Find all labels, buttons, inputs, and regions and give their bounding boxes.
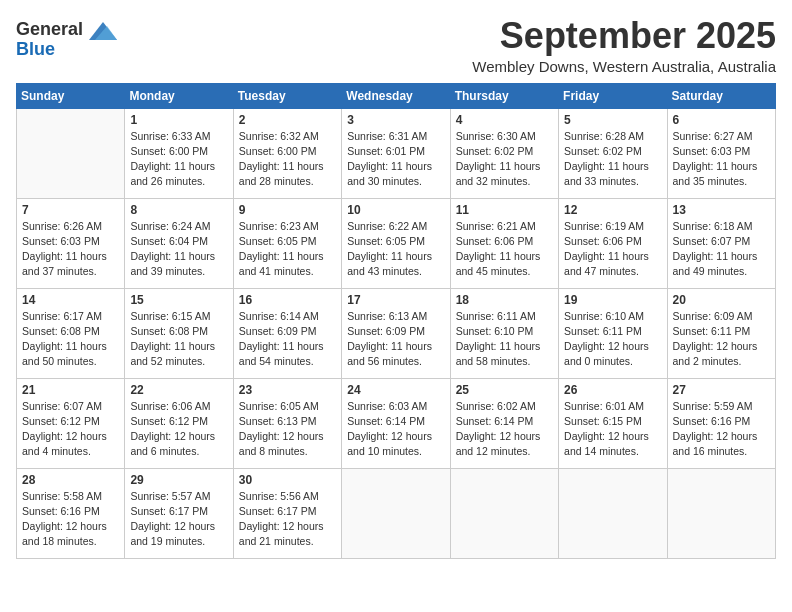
day-number: 26 [564, 383, 661, 397]
col-header-saturday: Saturday [667, 83, 775, 108]
calendar-cell: 11Sunrise: 6:21 AMSunset: 6:06 PMDayligh… [450, 198, 558, 288]
day-number: 23 [239, 383, 336, 397]
day-info: Sunrise: 6:07 AMSunset: 6:12 PMDaylight:… [22, 399, 119, 460]
calendar-cell [17, 108, 125, 198]
week-row-5: 28Sunrise: 5:58 AMSunset: 6:16 PMDayligh… [17, 468, 776, 558]
day-info: Sunrise: 6:17 AMSunset: 6:08 PMDaylight:… [22, 309, 119, 370]
week-row-1: 1Sunrise: 6:33 AMSunset: 6:00 PMDaylight… [17, 108, 776, 198]
calendar-cell: 10Sunrise: 6:22 AMSunset: 6:05 PMDayligh… [342, 198, 450, 288]
day-info: Sunrise: 6:26 AMSunset: 6:03 PMDaylight:… [22, 219, 119, 280]
calendar-cell [667, 468, 775, 558]
calendar-cell: 4Sunrise: 6:30 AMSunset: 6:02 PMDaylight… [450, 108, 558, 198]
day-number: 15 [130, 293, 227, 307]
day-number: 2 [239, 113, 336, 127]
week-row-3: 14Sunrise: 6:17 AMSunset: 6:08 PMDayligh… [17, 288, 776, 378]
day-number: 8 [130, 203, 227, 217]
calendar-cell: 9Sunrise: 6:23 AMSunset: 6:05 PMDaylight… [233, 198, 341, 288]
day-number: 18 [456, 293, 553, 307]
calendar-cell: 8Sunrise: 6:24 AMSunset: 6:04 PMDaylight… [125, 198, 233, 288]
day-info: Sunrise: 6:21 AMSunset: 6:06 PMDaylight:… [456, 219, 553, 280]
calendar-cell: 24Sunrise: 6:03 AMSunset: 6:14 PMDayligh… [342, 378, 450, 468]
calendar-cell: 12Sunrise: 6:19 AMSunset: 6:06 PMDayligh… [559, 198, 667, 288]
day-number: 20 [673, 293, 770, 307]
page-header: General Blue September 2025 Wembley Down… [16, 16, 776, 75]
day-info: Sunrise: 5:58 AMSunset: 6:16 PMDaylight:… [22, 489, 119, 550]
calendar-cell: 20Sunrise: 6:09 AMSunset: 6:11 PMDayligh… [667, 288, 775, 378]
day-number: 28 [22, 473, 119, 487]
day-info: Sunrise: 6:03 AMSunset: 6:14 PMDaylight:… [347, 399, 444, 460]
calendar-cell: 13Sunrise: 6:18 AMSunset: 6:07 PMDayligh… [667, 198, 775, 288]
col-header-tuesday: Tuesday [233, 83, 341, 108]
day-info: Sunrise: 5:59 AMSunset: 6:16 PMDaylight:… [673, 399, 770, 460]
day-number: 17 [347, 293, 444, 307]
day-number: 7 [22, 203, 119, 217]
calendar-cell [559, 468, 667, 558]
logo-icon [89, 22, 117, 40]
day-info: Sunrise: 6:18 AMSunset: 6:07 PMDaylight:… [673, 219, 770, 280]
day-info: Sunrise: 6:24 AMSunset: 6:04 PMDaylight:… [130, 219, 227, 280]
calendar-cell: 23Sunrise: 6:05 AMSunset: 6:13 PMDayligh… [233, 378, 341, 468]
day-info: Sunrise: 6:05 AMSunset: 6:13 PMDaylight:… [239, 399, 336, 460]
title-block: September 2025 Wembley Downs, Western Au… [472, 16, 776, 75]
day-number: 9 [239, 203, 336, 217]
day-number: 19 [564, 293, 661, 307]
calendar-cell: 3Sunrise: 6:31 AMSunset: 6:01 PMDaylight… [342, 108, 450, 198]
day-number: 25 [456, 383, 553, 397]
day-info: Sunrise: 6:28 AMSunset: 6:02 PMDaylight:… [564, 129, 661, 190]
calendar-header: SundayMondayTuesdayWednesdayThursdayFrid… [17, 83, 776, 108]
day-number: 12 [564, 203, 661, 217]
calendar-cell [342, 468, 450, 558]
calendar-cell: 17Sunrise: 6:13 AMSunset: 6:09 PMDayligh… [342, 288, 450, 378]
day-number: 24 [347, 383, 444, 397]
calendar-cell: 29Sunrise: 5:57 AMSunset: 6:17 PMDayligh… [125, 468, 233, 558]
calendar-cell [450, 468, 558, 558]
col-header-thursday: Thursday [450, 83, 558, 108]
day-info: Sunrise: 6:10 AMSunset: 6:11 PMDaylight:… [564, 309, 661, 370]
day-info: Sunrise: 6:19 AMSunset: 6:06 PMDaylight:… [564, 219, 661, 280]
day-info: Sunrise: 5:56 AMSunset: 6:17 PMDaylight:… [239, 489, 336, 550]
day-info: Sunrise: 6:23 AMSunset: 6:05 PMDaylight:… [239, 219, 336, 280]
logo-blue-text: Blue [16, 39, 55, 59]
day-info: Sunrise: 6:11 AMSunset: 6:10 PMDaylight:… [456, 309, 553, 370]
day-number: 16 [239, 293, 336, 307]
logo: General Blue [16, 20, 119, 59]
col-header-wednesday: Wednesday [342, 83, 450, 108]
day-info: Sunrise: 6:09 AMSunset: 6:11 PMDaylight:… [673, 309, 770, 370]
calendar-cell: 27Sunrise: 5:59 AMSunset: 6:16 PMDayligh… [667, 378, 775, 468]
calendar-cell: 2Sunrise: 6:32 AMSunset: 6:00 PMDaylight… [233, 108, 341, 198]
col-header-sunday: Sunday [17, 83, 125, 108]
calendar-cell: 21Sunrise: 6:07 AMSunset: 6:12 PMDayligh… [17, 378, 125, 468]
day-info: Sunrise: 6:01 AMSunset: 6:15 PMDaylight:… [564, 399, 661, 460]
location-title: Wembley Downs, Western Australia, Austra… [472, 58, 776, 75]
calendar-cell: 28Sunrise: 5:58 AMSunset: 6:16 PMDayligh… [17, 468, 125, 558]
day-number: 5 [564, 113, 661, 127]
calendar-cell: 25Sunrise: 6:02 AMSunset: 6:14 PMDayligh… [450, 378, 558, 468]
calendar-cell: 19Sunrise: 6:10 AMSunset: 6:11 PMDayligh… [559, 288, 667, 378]
day-info: Sunrise: 5:57 AMSunset: 6:17 PMDaylight:… [130, 489, 227, 550]
calendar-cell: 30Sunrise: 5:56 AMSunset: 6:17 PMDayligh… [233, 468, 341, 558]
day-info: Sunrise: 6:32 AMSunset: 6:00 PMDaylight:… [239, 129, 336, 190]
calendar-cell: 14Sunrise: 6:17 AMSunset: 6:08 PMDayligh… [17, 288, 125, 378]
day-number: 3 [347, 113, 444, 127]
calendar-body: 1Sunrise: 6:33 AMSunset: 6:00 PMDaylight… [17, 108, 776, 558]
week-row-4: 21Sunrise: 6:07 AMSunset: 6:12 PMDayligh… [17, 378, 776, 468]
day-info: Sunrise: 6:31 AMSunset: 6:01 PMDaylight:… [347, 129, 444, 190]
day-info: Sunrise: 6:30 AMSunset: 6:02 PMDaylight:… [456, 129, 553, 190]
day-info: Sunrise: 6:13 AMSunset: 6:09 PMDaylight:… [347, 309, 444, 370]
day-number: 22 [130, 383, 227, 397]
calendar-cell: 15Sunrise: 6:15 AMSunset: 6:08 PMDayligh… [125, 288, 233, 378]
day-info: Sunrise: 6:33 AMSunset: 6:00 PMDaylight:… [130, 129, 227, 190]
calendar-table: SundayMondayTuesdayWednesdayThursdayFrid… [16, 83, 776, 559]
calendar-cell: 1Sunrise: 6:33 AMSunset: 6:00 PMDaylight… [125, 108, 233, 198]
day-info: Sunrise: 6:14 AMSunset: 6:09 PMDaylight:… [239, 309, 336, 370]
day-info: Sunrise: 6:02 AMSunset: 6:14 PMDaylight:… [456, 399, 553, 460]
day-number: 13 [673, 203, 770, 217]
week-row-2: 7Sunrise: 6:26 AMSunset: 6:03 PMDaylight… [17, 198, 776, 288]
day-number: 30 [239, 473, 336, 487]
day-number: 6 [673, 113, 770, 127]
calendar-cell: 26Sunrise: 6:01 AMSunset: 6:15 PMDayligh… [559, 378, 667, 468]
col-header-friday: Friday [559, 83, 667, 108]
day-info: Sunrise: 6:15 AMSunset: 6:08 PMDaylight:… [130, 309, 227, 370]
calendar-cell: 18Sunrise: 6:11 AMSunset: 6:10 PMDayligh… [450, 288, 558, 378]
calendar-cell: 6Sunrise: 6:27 AMSunset: 6:03 PMDaylight… [667, 108, 775, 198]
